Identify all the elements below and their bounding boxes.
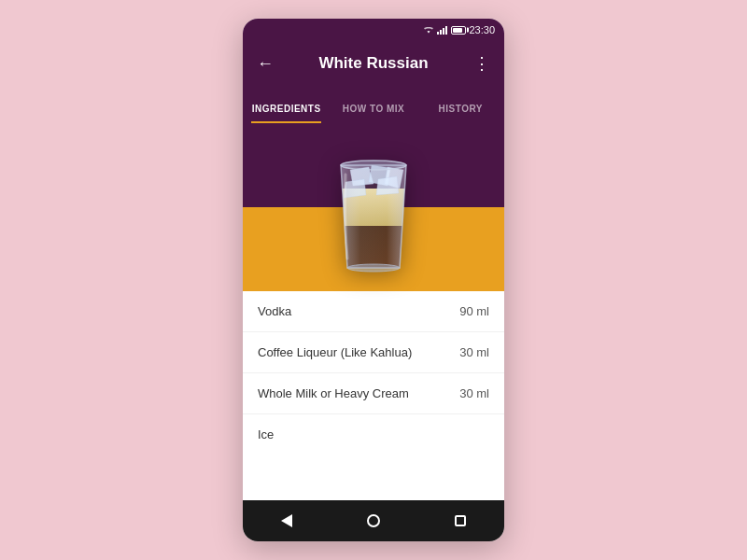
navigation-bar [243,500,504,541]
phone-frame: 23:30 ← White Russian ⋮ INGREDIENTS HOW … [243,19,504,541]
svg-rect-2 [443,28,444,35]
signal-icon [437,25,448,35]
battery-icon [451,26,466,35]
svg-point-11 [341,161,406,170]
svg-point-12 [347,264,400,272]
ingredient-amount: 30 ml [459,386,489,400]
wifi-icon [423,25,434,35]
status-time: 23:30 [469,24,495,35]
ingredient-name: Coffee Liqueur (Like Kahlua) [258,345,412,359]
ingredient-row: Coffee Liqueur (Like Kahlua) 30 ml [243,332,504,373]
status-bar: 23:30 [243,19,504,41]
status-icons: 23:30 [423,24,495,35]
ingredient-row: Whole Milk or Heavy Cream 30 ml [243,373,504,414]
cocktail-glass [317,137,430,277]
ingredient-name: Whole Milk or Heavy Cream [258,386,409,400]
recent-square-icon [455,515,466,526]
svg-rect-1 [440,30,442,35]
ingredient-name: Ice [258,427,274,441]
ingredient-name: Vodka [258,304,291,318]
tab-bar: INGREDIENTS HOW TO MIX HISTORY [243,86,504,123]
home-circle-icon [367,514,380,527]
nav-back-button[interactable] [268,502,305,539]
back-button[interactable]: ← [254,54,276,74]
back-triangle-icon [281,514,292,527]
tab-history[interactable]: HISTORY [417,104,504,123]
svg-rect-0 [437,32,439,35]
ingredient-row: Ice [243,414,504,455]
ingredient-amount: 90 ml [459,304,489,318]
nav-recent-button[interactable] [442,502,479,539]
nav-home-button[interactable] [355,502,392,539]
svg-rect-3 [445,26,447,35]
tab-howto[interactable]: HOW TO MIX [330,104,416,123]
ingredients-list: Vodka 90 ml Coffee Liqueur (Like Kahlua)… [243,291,504,500]
tab-ingredients[interactable]: INGREDIENTS [243,104,330,123]
page-title: White Russian [276,54,471,73]
ingredient-row: Vodka 90 ml [243,291,504,332]
app-header: ← White Russian ⋮ [243,41,504,86]
ingredient-amount: 30 ml [459,345,489,359]
cocktail-image-section [243,123,504,291]
menu-button[interactable]: ⋮ [471,53,493,74]
